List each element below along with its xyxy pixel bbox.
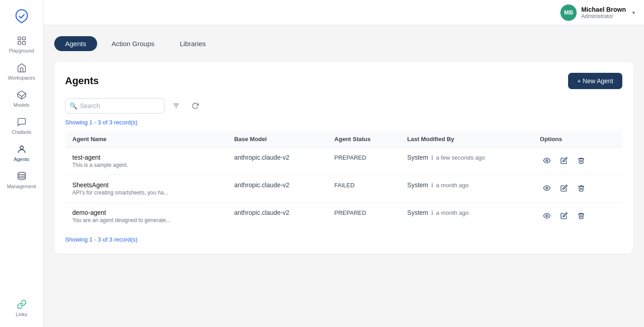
view-button-1[interactable] bbox=[540, 181, 554, 195]
sidebar-item-playground-label: Playground bbox=[9, 48, 34, 53]
cell-status-1: FAILED bbox=[327, 175, 400, 203]
sidebar-item-agents[interactable]: Agents bbox=[0, 139, 43, 166]
svg-point-7 bbox=[18, 172, 25, 175]
sidebar-item-models-label: Models bbox=[14, 102, 29, 108]
sidebar-item-agents-label: Agents bbox=[14, 156, 29, 162]
cell-agent-name-0: test-agent This is a sample agent. bbox=[65, 147, 227, 175]
table-row: SheetsAgent API's for creating smartshee… bbox=[65, 175, 622, 203]
svg-rect-0 bbox=[18, 37, 20, 40]
col-options: Options bbox=[533, 131, 622, 147]
modifier-2: System bbox=[407, 209, 428, 216]
refresh-button[interactable] bbox=[188, 99, 202, 113]
col-agent-status: Agent Status bbox=[327, 131, 400, 147]
cell-modified-1: System ℹ a month ago bbox=[400, 175, 532, 203]
sidebar-item-workspaces[interactable]: Workspaces bbox=[0, 58, 43, 85]
panel-header: Agents + New Agent bbox=[65, 73, 622, 89]
workspaces-icon bbox=[16, 62, 27, 73]
table-row: demo-agent You are an agent designed to … bbox=[65, 203, 622, 230]
search-input[interactable] bbox=[65, 98, 165, 114]
svg-rect-3 bbox=[22, 42, 25, 44]
agent-desc-1: API's for creating smartsheets, you ha..… bbox=[72, 190, 220, 196]
edit-icon-1 bbox=[560, 185, 568, 192]
svg-point-6 bbox=[20, 146, 23, 149]
edit-button-0[interactable] bbox=[557, 154, 571, 167]
chatbots-icon bbox=[16, 117, 27, 128]
info-icon-0: ℹ bbox=[431, 154, 433, 161]
user-text: Michael Brown Administrator bbox=[581, 6, 626, 19]
user-menu[interactable]: MB Michael Brown Administrator ▾ bbox=[560, 5, 635, 21]
view-button-2[interactable] bbox=[540, 209, 554, 223]
sidebar-item-links[interactable]: Links bbox=[0, 294, 43, 322]
sidebar-item-chatbots-label: Chatbots bbox=[11, 129, 31, 135]
delete-button-2[interactable] bbox=[574, 209, 588, 223]
agent-name-1: SheetsAgent bbox=[72, 181, 220, 189]
models-icon bbox=[16, 90, 27, 100]
time-0: a few seconds ago bbox=[436, 154, 485, 161]
svg-rect-2 bbox=[18, 42, 20, 44]
management-icon bbox=[16, 171, 27, 182]
cell-base-model-0: anthropic.claude-v2 bbox=[227, 147, 327, 175]
svg-point-12 bbox=[546, 187, 548, 189]
svg-point-11 bbox=[546, 160, 548, 161]
cell-modified-2: System ℹ a month ago bbox=[400, 203, 532, 230]
delete-button-0[interactable] bbox=[574, 154, 588, 167]
view-button-0[interactable] bbox=[540, 154, 554, 167]
col-last-modified: Last Modified By bbox=[400, 131, 532, 147]
edit-button-1[interactable] bbox=[557, 181, 571, 195]
playground-icon bbox=[16, 35, 27, 46]
sidebar-item-chatbots[interactable]: Chatbots bbox=[0, 112, 43, 139]
tab-agents[interactable]: Agents bbox=[54, 36, 97, 51]
agent-name-0: test-agent bbox=[72, 154, 220, 161]
sidebar-item-workspaces-label: Workspaces bbox=[8, 75, 35, 81]
cell-modified-0: System ℹ a few seconds ago bbox=[400, 147, 532, 175]
table-header: Agent Name Base Model Agent Status Last … bbox=[65, 131, 622, 147]
modifier-1: System bbox=[407, 181, 428, 189]
col-agent-name: Agent Name bbox=[65, 131, 227, 147]
agent-desc-0: This is a sample agent. bbox=[72, 162, 220, 168]
tabs-bar: Agents Action Groups Libraries bbox=[54, 36, 633, 51]
agents-panel: Agents + New Agent 🔍 bbox=[54, 62, 633, 254]
agent-name-2: demo-agent bbox=[72, 209, 220, 216]
agents-icon bbox=[16, 144, 27, 155]
cell-base-model-1: anthropic.claude-v2 bbox=[227, 175, 327, 203]
tab-libraries[interactable]: Libraries bbox=[169, 36, 217, 51]
edit-button-2[interactable] bbox=[557, 209, 571, 223]
table-row: test-agent This is a sample agent. anthr… bbox=[65, 147, 622, 175]
avatar: MB bbox=[560, 5, 577, 21]
main-content: MB Michael Brown Administrator ▾ Agents … bbox=[43, 0, 644, 327]
search-bar: 🔍 bbox=[65, 98, 622, 114]
info-icon-2: ℹ bbox=[431, 209, 433, 216]
eye-icon-1 bbox=[543, 185, 550, 192]
status-badge-1: FAILED bbox=[334, 182, 355, 189]
edit-icon-0 bbox=[560, 157, 568, 164]
svg-rect-1 bbox=[22, 37, 25, 40]
cell-options-0 bbox=[533, 147, 622, 175]
tab-action-groups[interactable]: Action Groups bbox=[101, 36, 165, 51]
status-badge-2: PREPARED bbox=[334, 209, 367, 216]
new-agent-button[interactable]: + New Agent bbox=[568, 73, 622, 89]
delete-button-1[interactable] bbox=[574, 181, 588, 195]
modifier-0: System bbox=[407, 154, 428, 161]
refresh-icon bbox=[192, 102, 199, 109]
sidebar-item-models[interactable]: Models bbox=[0, 85, 43, 112]
filter-button[interactable] bbox=[169, 99, 183, 113]
time-2: a month ago bbox=[436, 209, 469, 216]
content-area: Agents Action Groups Libraries Agents + … bbox=[43, 25, 644, 327]
cell-options-1 bbox=[533, 175, 622, 203]
edit-icon-2 bbox=[560, 212, 568, 219]
status-badge-0: PREPARED bbox=[334, 154, 367, 161]
sidebar-item-links-label: Links bbox=[16, 312, 28, 317]
logo bbox=[11, 5, 33, 27]
eye-icon-2 bbox=[543, 212, 550, 219]
sidebar-item-playground[interactable]: Playground bbox=[0, 31, 43, 58]
filter-icon bbox=[173, 102, 180, 109]
search-icon: 🔍 bbox=[70, 102, 77, 109]
eye-icon-0 bbox=[543, 157, 550, 164]
sidebar-item-management[interactable]: Management bbox=[0, 166, 43, 194]
agents-table-body: test-agent This is a sample agent. anthr… bbox=[65, 147, 622, 230]
cell-base-model-2: anthropic.claude-v2 bbox=[227, 203, 327, 230]
cell-agent-name-1: SheetsAgent API's for creating smartshee… bbox=[65, 175, 227, 203]
user-name: Michael Brown bbox=[581, 6, 626, 13]
page-title: Agents bbox=[65, 75, 99, 87]
agent-desc-2: You are an agent designed to generate... bbox=[72, 217, 220, 223]
